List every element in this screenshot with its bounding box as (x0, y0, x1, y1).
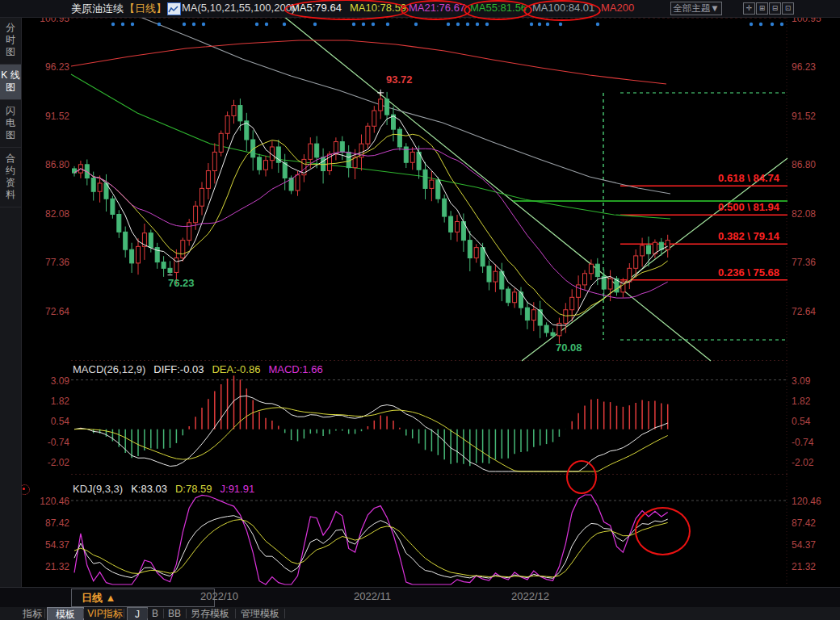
candle-body (91, 178, 95, 192)
kdj-header-part-2: D:78.59 (175, 483, 212, 495)
crosshair-icon[interactable]: ✛ (743, 2, 755, 15)
low2-price-label: 70.08 (556, 341, 582, 354)
toolbar-item-J[interactable]: J (127, 607, 148, 620)
candle-body (238, 106, 242, 121)
macd-axis-left: -2.02 (24, 457, 69, 468)
main-axis-right: 91.52 (792, 111, 816, 122)
candle-body (187, 223, 191, 241)
macd-indicator-header[interactable]: MACD(26,12,9)DIFF:-0.03DEA:-0.86MACD:1.6… (73, 363, 331, 375)
fib-label-2: 0.382 \ 79.14 (658, 230, 779, 242)
candle-body (258, 157, 262, 170)
toolbar-divider (284, 609, 285, 618)
toolbar-item-另存模板[interactable]: 另存模板 (190, 607, 230, 620)
candle-body (474, 248, 478, 258)
event-dot (372, 23, 375, 26)
toolbar-item-模板[interactable]: 模板 (47, 607, 84, 620)
candle-body (379, 99, 383, 111)
toolbar-item-指标[interactable]: 指标 (22, 607, 43, 620)
event-dot (456, 23, 460, 26)
period-selector-label: 日线 ▲ (82, 589, 116, 606)
toolbar-divider (235, 609, 236, 618)
toolbar-item-VIP指标[interactable]: VIP指标 (86, 607, 124, 620)
kdj-k-line (74, 516, 668, 579)
candle-body (564, 310, 568, 324)
candle-body (130, 249, 134, 263)
macd-header-part-1: DIFF:-0.03 (153, 363, 204, 375)
main-axis-right: 86.80 (792, 159, 816, 170)
event-dot (313, 23, 317, 26)
candle-body (200, 188, 204, 206)
fib-label-0: 0.618 \ 84.74 (658, 172, 779, 184)
main-axis-left: 91.52 (24, 111, 69, 122)
kdj-axis-right: 21.32 (792, 561, 816, 572)
event-dot (596, 23, 599, 26)
pane-layout-left-icon[interactable]: ⊞ (756, 2, 768, 15)
main-axis-left: 77.36 (24, 257, 69, 268)
candle-body (570, 297, 574, 309)
annotation-ellipse-4 (566, 460, 597, 494)
candle-body (232, 106, 236, 116)
macd-axis-right: -0.74 (792, 437, 813, 448)
candle-body (468, 241, 472, 258)
candle-body (449, 216, 453, 232)
kdj-d-line (74, 520, 668, 577)
kline-chart-icon (167, 2, 181, 15)
candle-body (430, 180, 434, 188)
ma200-line (71, 40, 666, 84)
candle-body (264, 161, 268, 170)
sidebar-tab-2[interactable]: K 线 图 (0, 65, 21, 100)
candle-body (481, 248, 485, 266)
candle-body (346, 152, 351, 167)
event-dot (255, 23, 258, 26)
sidebar-tab-3[interactable]: 闪 电 图 (0, 100, 21, 148)
ma100-line (138, 16, 670, 194)
toolbar-divider (186, 609, 187, 618)
event-dot (192, 23, 195, 26)
annotation-ellipse-5 (635, 507, 691, 555)
macd-header-part-3: MACD:1.66 (268, 363, 322, 375)
main-axis-left: 96.23 (24, 61, 69, 73)
candle-body (551, 333, 555, 336)
kdj-axis-right: 54.37 (792, 539, 816, 551)
kdj-j-line (74, 495, 668, 584)
macd-axis-left: -0.74 (24, 437, 69, 448)
theme-dropdown-button[interactable]: 全部主题▼ (670, 2, 722, 15)
ma-settings-label: MA(5,10,21,55,100,200) (182, 2, 295, 14)
toolbar-divider (124, 609, 124, 618)
period-selector[interactable]: 日线 ▲ (71, 589, 215, 607)
kdj-header-part-1: K:83.03 (131, 483, 167, 495)
sidebar-tab-1[interactable]: 分 时 图 (0, 17, 21, 65)
toolbar-item-B[interactable]: B (149, 607, 161, 620)
candle-body (340, 142, 344, 153)
kdj-axis-left: 54.37 (24, 539, 69, 551)
candle-body (385, 99, 389, 115)
pane-layout-right-icon[interactable]: ⊟ (769, 2, 781, 15)
kdj-header-part-3: J:91.91 (220, 483, 255, 495)
toolbar-item-管理模板[interactable]: 管理模板 (240, 607, 280, 620)
main-axis-right: 96.23 (792, 61, 816, 73)
event-dot (362, 23, 365, 26)
candle-body (296, 175, 300, 191)
left-sidebar: 分 时 图K 线 图闪 电 图合 约 资 料 (0, 17, 22, 587)
pane-export-icon[interactable]: ⊡ (782, 2, 794, 15)
toolbar-item-BB[interactable]: BB (166, 607, 183, 620)
candle-body (506, 289, 510, 303)
kdj-indicator-header[interactable]: KDJ(9,3,3)K:83.03D:78.59J:91.91 (73, 483, 262, 495)
event-dot (183, 23, 186, 26)
chart-canvas (0, 0, 840, 620)
event-dot (771, 23, 774, 26)
candle-body (149, 233, 153, 248)
symbol-name[interactable]: 美原油连续 (71, 2, 124, 16)
sidebar-tab-4[interactable]: 合 约 资 料 (0, 148, 21, 207)
candle-body (225, 115, 229, 133)
kdj-axis-right: 87.42 (792, 517, 816, 529)
event-dot (750, 23, 753, 26)
event-dot (546, 23, 549, 26)
event-dot (538, 23, 541, 26)
candle-body (634, 256, 638, 268)
candle-body (525, 308, 529, 320)
macd-header-part-2: DEA:-0.86 (212, 363, 260, 375)
main-axis-right: 82.08 (792, 208, 816, 220)
candle-body (577, 285, 581, 297)
candle-body (513, 292, 517, 303)
